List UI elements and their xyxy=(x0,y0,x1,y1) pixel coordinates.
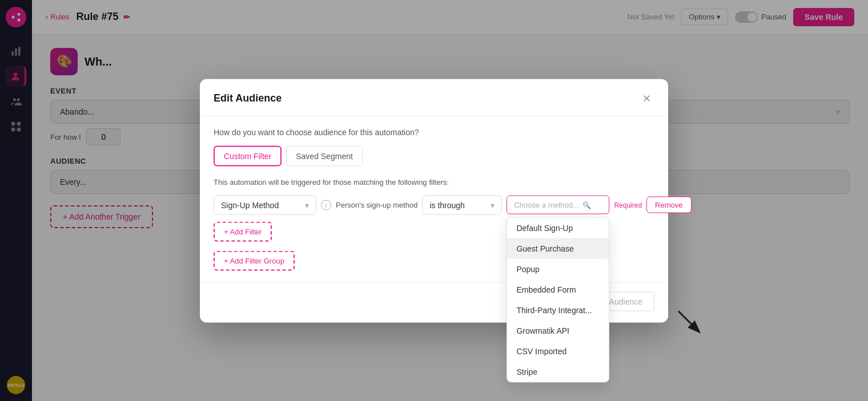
search-icon: 🔍 xyxy=(582,201,591,209)
add-filter-group-button[interactable]: + Add Filter Group xyxy=(214,250,295,270)
dropdown-item-stripe[interactable]: Stripe xyxy=(507,362,609,382)
method-dropdown: Default Sign-Up Guest Purchase Popup Emb… xyxy=(507,217,609,383)
modal-body: How do you want to choose audience for t… xyxy=(200,116,668,282)
filter-operator-label: is through xyxy=(429,200,464,209)
remove-filter-button[interactable]: Remove xyxy=(646,197,691,213)
dropdown-item-csv-imported[interactable]: CSV Imported xyxy=(507,341,609,362)
dropdown-item-third-party[interactable]: Third-Party Integrat... xyxy=(507,300,609,321)
method-placeholder: Choose a method... xyxy=(514,201,578,209)
saved-segment-button[interactable]: Saved Segment xyxy=(286,145,363,166)
filter-description: This automation will be triggered for th… xyxy=(214,177,654,186)
required-badge: Required xyxy=(614,201,642,209)
dropdown-item-guest-purchase[interactable]: Guest Purchase xyxy=(507,238,609,259)
filter-condition-label: Person's sign-up method xyxy=(336,201,417,209)
modal-close-button[interactable]: ✕ xyxy=(638,90,654,106)
filter-field-select[interactable]: Sign-Up Method ▾ xyxy=(214,195,316,214)
filter-row: Sign-Up Method ▾ i Person's sign-up meth… xyxy=(214,195,654,214)
modal-title: Edit Audience xyxy=(214,92,282,104)
filter-info-icon: i xyxy=(321,200,331,210)
audience-type-buttons: Custom Filter Saved Segment xyxy=(214,145,654,166)
filter-operator-select[interactable]: is through ▾ xyxy=(422,195,502,214)
dropdown-item-growmatik-api[interactable]: Growmatik API xyxy=(507,321,609,341)
dropdown-item-default-signup[interactable]: Default Sign-Up xyxy=(507,218,609,238)
method-input-wrapper: Choose a method... 🔍 Default Sign-Up Gue… xyxy=(507,196,609,214)
modal-question: How do you want to choose audience for t… xyxy=(214,127,654,136)
filter-field-label: Sign-Up Method xyxy=(221,200,279,209)
dropdown-item-embedded-form[interactable]: Embedded Form xyxy=(507,280,609,300)
method-input[interactable]: Choose a method... 🔍 xyxy=(507,196,609,214)
edit-audience-modal: Edit Audience ✕ How do you want to choos… xyxy=(200,79,668,322)
custom-filter-button[interactable]: Custom Filter xyxy=(214,145,282,166)
modal-header: Edit Audience ✕ xyxy=(200,79,668,116)
dropdown-item-popup[interactable]: Popup xyxy=(507,259,609,280)
add-filter-button[interactable]: + Add Filter xyxy=(214,221,272,241)
